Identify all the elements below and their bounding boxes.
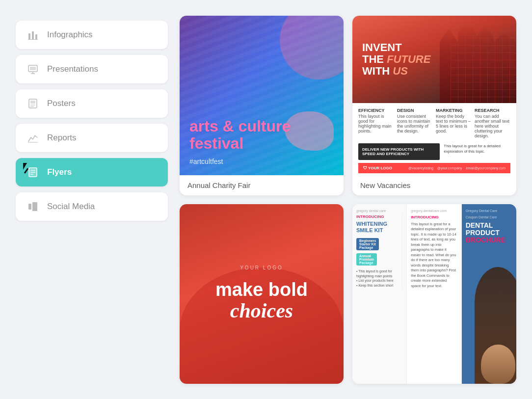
text-box: This layout is great for a detailed expl… bbox=[444, 143, 510, 160]
bold-choices-text: choices bbox=[230, 299, 293, 322]
tag-beginners: BeginnersStarter KitPackage bbox=[356, 238, 379, 250]
vacancies-bottom: EFFICIENCY This layout is good for highl… bbox=[352, 103, 516, 175]
bold-card-content: YOUR LOGO make bold choices bbox=[180, 204, 344, 384]
city-background: INVENTTHE FUTUREWITH US bbox=[352, 16, 516, 104]
coupon-label: Coupon Dental Care bbox=[466, 215, 512, 219]
sidebar-item-social-media[interactable]: Social Media bbox=[16, 192, 168, 221]
svg-rect-9 bbox=[30, 101, 35, 104]
social-links: @vacancylisting @your.company email@your… bbox=[408, 166, 505, 170]
headline-text: INVENTTHE FUTUREWITH US bbox=[362, 42, 430, 78]
person-face bbox=[481, 345, 515, 384]
mid-intro: INTRODUCING bbox=[411, 214, 457, 220]
svg-rect-1 bbox=[32, 31, 34, 39]
social-link-3: email@yourcompany.com bbox=[466, 166, 505, 170]
social-link-2: @your.company bbox=[437, 166, 462, 170]
infographics-icon bbox=[27, 29, 39, 40]
sidebar: Infographics Presentations bbox=[16, 16, 168, 384]
sidebar-item-reports-label: Reports bbox=[47, 133, 77, 143]
new-vacancies-label: New Vacancies bbox=[352, 175, 516, 195]
vacancies-content: INVENTTHE FUTUREWITH US EFFICIENCY This … bbox=[352, 16, 516, 175]
sidebar-item-infographics[interactable]: Infographics bbox=[16, 21, 168, 49]
svg-rect-7 bbox=[30, 67, 36, 70]
dental-card[interactable]: gregory dental care INTRODUCING WHITENIN… bbox=[352, 204, 516, 384]
vacancies-subbox: DELIVER NEW PRODUCTS WITH SPEED AND EFFI… bbox=[358, 143, 510, 160]
sidebar-item-presentations-label: Presentations bbox=[47, 64, 98, 74]
new-vacancies-card[interactable]: INVENTTHE FUTUREWITH US EFFICIENCY This … bbox=[352, 16, 516, 195]
dental-brochure-title: DENTALPRODUCTBROCHURE bbox=[466, 222, 512, 244]
vacancies-headline: INVENTTHE FUTUREWITH US bbox=[362, 42, 430, 78]
arts-title: arts & culture festival bbox=[189, 118, 334, 152]
bold-choices-image: YOUR LOGO make bold choices bbox=[180, 204, 344, 384]
sidebar-item-presentations[interactable]: Presentations bbox=[16, 55, 168, 83]
introducing-label: INTRODUCING bbox=[356, 214, 402, 219]
svg-rect-18 bbox=[32, 202, 37, 211]
vacancies-footer: 🛡 YOUR LOGO @vacancylisting @your.compan… bbox=[358, 163, 510, 173]
person-bg bbox=[475, 267, 516, 384]
vacancies-top: INVENTTHE FUTUREWITH US bbox=[352, 16, 516, 104]
arts-card-content: arts & culture festival #artcultfest bbox=[180, 16, 344, 175]
dental-whitening: INTRODUCING WHITENINGSMILE KIT Beginners… bbox=[356, 214, 402, 289]
main-container: Infographics Presentations bbox=[6, 6, 526, 394]
reports-icon bbox=[27, 133, 39, 143]
smile-kit-title: WHITENINGSMILE KIT bbox=[356, 221, 402, 234]
dental-mid-header: gregory.dentalcare.com bbox=[411, 209, 457, 213]
bold-logo: YOUR LOGO bbox=[240, 265, 283, 270]
bold-choices-card[interactable]: YOUR LOGO make bold choices bbox=[180, 204, 344, 384]
dark-box: DELIVER NEW PRODUCTS WITH SPEED AND EFFI… bbox=[358, 143, 440, 160]
arts-hashtag: #artcultfest bbox=[189, 158, 334, 165]
feature-efficiency: EFFICIENCY This layout is good for highl… bbox=[358, 108, 394, 138]
presentations-icon bbox=[27, 64, 39, 75]
dental-small-header: gregory dental care bbox=[356, 209, 402, 213]
svg-rect-3 bbox=[28, 39, 38, 40]
dental-image: gregory dental care INTRODUCING WHITENIN… bbox=[352, 204, 516, 384]
features-grid: EFFICIENCY This layout is good for highl… bbox=[358, 108, 510, 138]
new-vacancies-image: INVENTTHE FUTUREWITH US EFFICIENCY This … bbox=[352, 16, 516, 175]
tag-premium: AnnualPremiumPackage bbox=[356, 253, 377, 266]
mid-body-text: This layout is great for a detailed expl… bbox=[411, 222, 457, 289]
svg-rect-17 bbox=[28, 204, 31, 210]
cursor-indicator bbox=[23, 163, 34, 177]
feature-design: DESIGN Use consistent icons to maintain … bbox=[397, 108, 433, 138]
sidebar-item-infographics-label: Infographics bbox=[47, 30, 93, 40]
social-media-icon bbox=[27, 201, 39, 212]
dental-bullets: • This layout is good for highlighting m… bbox=[356, 269, 402, 288]
arts-festival-label: Annual Charity Fair bbox=[180, 175, 344, 195]
svg-rect-0 bbox=[28, 33, 30, 39]
social-link-1: @vacancylisting bbox=[408, 166, 433, 170]
dental-middle: gregory.dentalcare.com INTRODUCING This … bbox=[407, 204, 461, 384]
dental-right: Gregory Dental Care Coupon Dental Care D… bbox=[462, 204, 516, 384]
dental-right-header: Gregory Dental Care bbox=[466, 209, 512, 213]
bold-make-text: make bold bbox=[215, 280, 308, 299]
arts-festival-card[interactable]: arts & culture festival #artcultfest Ann… bbox=[180, 16, 344, 195]
sidebar-item-reports[interactable]: Reports bbox=[16, 124, 168, 152]
sidebar-item-flyers-label: Flyers bbox=[47, 167, 72, 177]
feature-research: RESEARCH You can add another small text … bbox=[475, 108, 510, 138]
dental-person-image bbox=[475, 267, 516, 384]
grid-overlay bbox=[451, 16, 516, 104]
sidebar-item-posters[interactable]: Posters bbox=[16, 89, 168, 118]
sidebar-item-posters-label: Posters bbox=[47, 99, 76, 108]
sidebar-item-flyers[interactable]: Flyers bbox=[16, 158, 168, 186]
dental-left: gregory dental care INTRODUCING WHITENIN… bbox=[352, 204, 407, 384]
arts-festival-image: arts & culture festival #artcultfest bbox=[180, 16, 344, 175]
vacancies-logo: 🛡 YOUR LOGO bbox=[363, 166, 392, 170]
feature-marketing: MARKETING Keep the body text to minimum … bbox=[436, 108, 472, 138]
dental-tags: BeginnersStarter KitPackage AnnualPremiu… bbox=[356, 237, 402, 267]
sidebar-item-social-media-label: Social Media bbox=[47, 202, 95, 212]
svg-rect-2 bbox=[35, 34, 37, 39]
posters-icon bbox=[27, 98, 39, 109]
content-grid: arts & culture festival #artcultfest Ann… bbox=[180, 16, 516, 384]
dental-content: gregory dental care INTRODUCING WHITENIN… bbox=[352, 204, 516, 384]
